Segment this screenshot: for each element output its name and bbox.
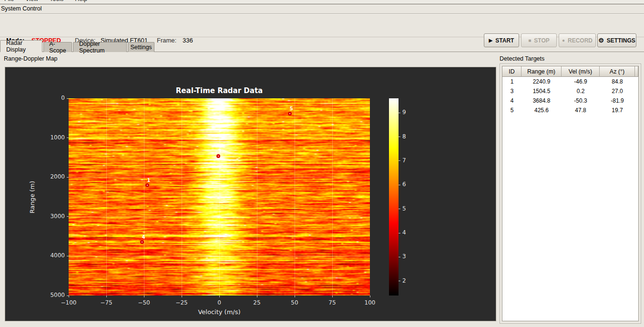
table-cell: -50.3 (562, 96, 600, 105)
target-marker-label: 3 (215, 148, 225, 154)
x-axis-tickmark (257, 295, 257, 297)
x-axis-tickmark (295, 295, 295, 297)
table-cell: 3684.8 (521, 96, 562, 105)
table-cell: 3 (502, 86, 521, 96)
table-row[interactable]: 12240.9-46.984.8 (502, 77, 638, 86)
detected-targets-table[interactable]: IDRange (m)Vel (m/s)Az (°) 12240.9-46.98… (502, 66, 639, 321)
colorbar-tickmark (399, 185, 400, 185)
table-cell: 19.7 (600, 105, 635, 115)
menu-item-view[interactable]: View (25, 0, 38, 4)
x-axis-tickmark (144, 295, 144, 297)
tab-a-scope[interactable]: A-Scope (43, 42, 72, 52)
table-cell: -81.9 (600, 96, 635, 105)
x-axis-tick-label: 25 (245, 299, 269, 306)
x-axis-tick-label: 0 (207, 299, 231, 306)
x-axis-tick-label: −75 (94, 299, 118, 306)
tab-radar-display[interactable]: Radar Display (0, 40, 42, 52)
y-axis-tick-label: 5000 (37, 292, 65, 298)
table-cell: 0.2 (562, 86, 600, 96)
target-marker-label: 4 (139, 234, 148, 240)
colorbar-tick-label: 9 (402, 109, 406, 116)
colorbar-tickmark (399, 113, 400, 113)
colorbar-tickmark (399, 257, 400, 257)
colorbar-tickmark (399, 137, 400, 137)
x-axis-tick-label: 75 (320, 299, 344, 306)
y-axis-tickmark (67, 256, 69, 256)
table-row[interactable]: 31504.50.227.0 (502, 86, 638, 96)
x-axis-tickmark (69, 295, 69, 297)
menu-item-tools[interactable]: Tools (50, 0, 63, 4)
target-marker-label: 1 (144, 178, 153, 183)
menu-bar: FileViewToolsHelp (0, 0, 644, 4)
y-axis-tick-label: 3000 (37, 213, 65, 220)
y-axis-label: Range (m) (29, 180, 36, 213)
menu-item-file[interactable]: File (4, 0, 14, 4)
y-axis-tickmark (67, 295, 69, 296)
system-control-row: Mode: STOPPED Device: Simulated FT601 Fr… (0, 14, 644, 37)
y-axis-tickmark (67, 137, 69, 138)
x-axis-tickmark (182, 295, 182, 297)
detected-targets-group-label: Detected Targets (500, 55, 544, 62)
table-cell: 5 (502, 105, 521, 115)
y-axis-tick-label: 4000 (37, 252, 65, 259)
table-cell: 1 (502, 77, 521, 86)
y-axis-tick-label: 0 (37, 95, 65, 101)
x-axis-tick-label: −100 (57, 299, 81, 306)
detected-targets-panel: IDRange (m)Vel (m/s)Az (°) 12240.9-46.98… (500, 63, 641, 324)
table-cell: 4 (502, 96, 521, 105)
target-marker-label: 5 (286, 106, 296, 111)
colorbar-tick-label: 8 (402, 133, 406, 140)
table-row[interactable]: 5425.647.819.7 (502, 105, 638, 115)
y-axis-tick-label: 1000 (37, 134, 65, 141)
column-header-rangem[interactable]: Range (m) (521, 66, 562, 77)
radar-application-window: FileViewToolsHelp System Control Mode: S… (0, 0, 644, 327)
range-doppler-map-group-label: Range-Doppler Map (4, 55, 58, 62)
colorbar-tickmark (399, 160, 400, 161)
colorbar-tick-label: 6 (402, 181, 406, 188)
table-cell: 425.6 (521, 105, 562, 115)
range-doppler-heatmap[interactable] (69, 98, 370, 295)
table-cell: 1504.5 (521, 86, 562, 96)
column-header-id[interactable]: ID (502, 66, 521, 77)
target-marker[interactable] (216, 154, 220, 158)
colorbar-tick-label: 7 (402, 157, 406, 164)
x-axis-tickmark (219, 295, 220, 297)
x-axis-tick-label: −50 (132, 299, 156, 306)
column-header-velms[interactable]: Vel (m/s) (562, 66, 600, 77)
table-cell: -46.9 (562, 77, 600, 86)
x-axis-label: Velocity (m/s) (69, 308, 370, 316)
table-cell: 47.8 (562, 105, 600, 115)
x-axis-tick-label: −25 (170, 299, 194, 306)
table-cell: 2240.9 (521, 77, 562, 86)
colorbar-tick-label: 3 (402, 253, 406, 260)
target-marker[interactable] (145, 183, 149, 187)
table-cell: 27.0 (600, 86, 635, 96)
colorbar-tickmark (399, 209, 400, 209)
x-axis-tick-label: 50 (283, 299, 307, 306)
column-header-filler (635, 66, 638, 77)
tab-settings[interactable]: Settings (128, 42, 154, 52)
menu-item-help[interactable]: Help (75, 0, 87, 4)
colorbar (389, 98, 399, 295)
colorbar-tick-label: 2 (402, 277, 406, 284)
x-axis-tick-label: 100 (358, 299, 382, 306)
plot-title: Real-Time Radar Data (69, 86, 370, 95)
colorbar-tick-label: 5 (402, 205, 406, 212)
x-axis-tickmark (332, 295, 333, 297)
colorbar-tickmark (399, 281, 400, 281)
column-header-az[interactable]: Az (°) (600, 66, 635, 77)
x-axis-tickmark (106, 295, 107, 297)
range-doppler-plot-panel: Real-Time Radar Data −100−75−50−25025507… (5, 67, 496, 321)
y-axis-tickmark (67, 98, 69, 99)
y-axis-tickmark (67, 216, 69, 217)
colorbar-tick-label: 4 (402, 229, 406, 236)
tab-bar: Radar DisplayA-ScopeDoppler SpectrumSett… (0, 40, 644, 52)
y-axis-tick-label: 2000 (37, 173, 65, 180)
table-header-row: IDRange (m)Vel (m/s)Az (°) (502, 66, 638, 77)
x-axis-tickmark (370, 295, 370, 297)
colorbar-tickmark (399, 233, 400, 233)
table-row[interactable]: 43684.8-50.3-81.9 (502, 96, 638, 105)
tab-doppler-spectrum[interactable]: Doppler Spectrum (73, 42, 127, 52)
table-cell: 84.8 (600, 77, 635, 86)
system-control-group-label: System Control (1, 5, 41, 12)
